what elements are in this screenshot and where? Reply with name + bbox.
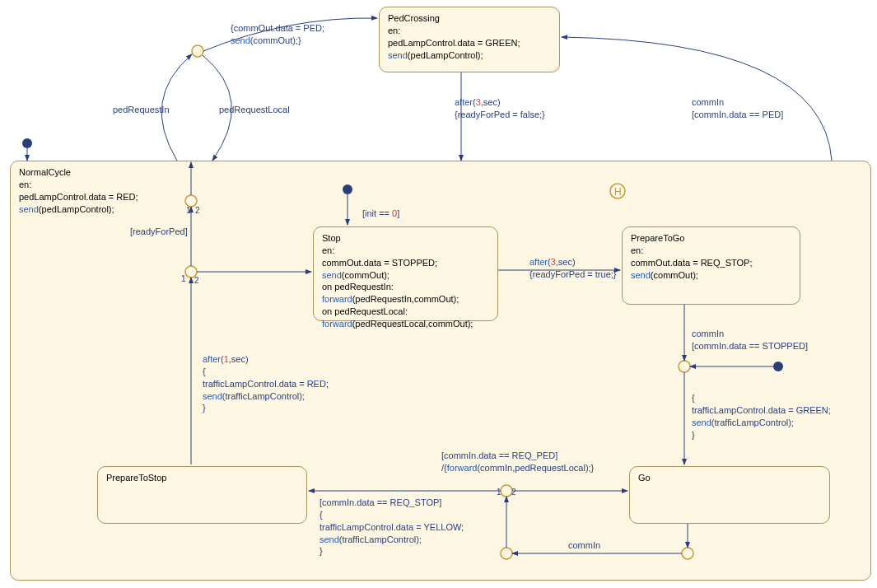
label-after-prepstop: after(1,sec) { trafficLampControl.data =… [203, 353, 329, 414]
svg-point-0 [22, 138, 32, 148]
state-preparetostop-text: PrepareToStop [106, 472, 298, 484]
label-pedrequestlocal: pedRequestLocal [219, 104, 290, 116]
state-pedcrossing-text: PedCrossing en: pedLampControl.data = GR… [388, 12, 551, 61]
label-readyforped: [readyForPed] [130, 226, 188, 238]
label-req-ped: [commIn.data == REQ_PED] /{forward(commI… [441, 450, 594, 474]
state-go[interactable]: Go [629, 466, 830, 524]
svg-point-5 [192, 45, 203, 57]
state-normalcycle-text: NormalCycle en: pedLampControl.data = RE… [19, 166, 862, 215]
state-preparetostop[interactable]: PrepareToStop [97, 466, 307, 524]
label-init: [init == 0] [362, 208, 399, 220]
label-after-stop: after(3,sec) {readyForPed = true;} [529, 256, 616, 281]
state-stop[interactable]: Stop en: commOut.data = STOPPED; send(co… [313, 226, 498, 321]
state-preparetogo[interactable]: PrepareToGo en: commOut.data = REQ_STOP;… [622, 226, 800, 305]
label-commin: commIn [568, 539, 600, 552]
label-commin-ped: commIn [commIn.data == PED] [692, 96, 783, 121]
label-req-stop: [commIn.data == REQ_STOP] { trafficLampC… [320, 497, 464, 558]
state-go-text: Go [638, 472, 821, 484]
label-top-trans: {commOut.data = PED; send(commOut);} [231, 22, 324, 47]
state-preparetogo-text: PrepareToGo en: commOut.data = REQ_STOP;… [631, 232, 791, 281]
label-green-action: { trafficLampControl.data = GREEN; send(… [692, 392, 831, 441]
label-pedrequestin: pedRequestIn [113, 104, 170, 116]
state-stop-text: Stop en: commOut.data = STOPPED; send(co… [322, 232, 489, 330]
label-after-ped: after(3,sec) {readyForPed = false;} [455, 96, 545, 121]
label-commin-stopped: commIn [commIn.data == STOPPED] [692, 328, 808, 352]
state-pedcrossing[interactable]: PedCrossing en: pedLampControl.data = GR… [379, 7, 560, 72]
